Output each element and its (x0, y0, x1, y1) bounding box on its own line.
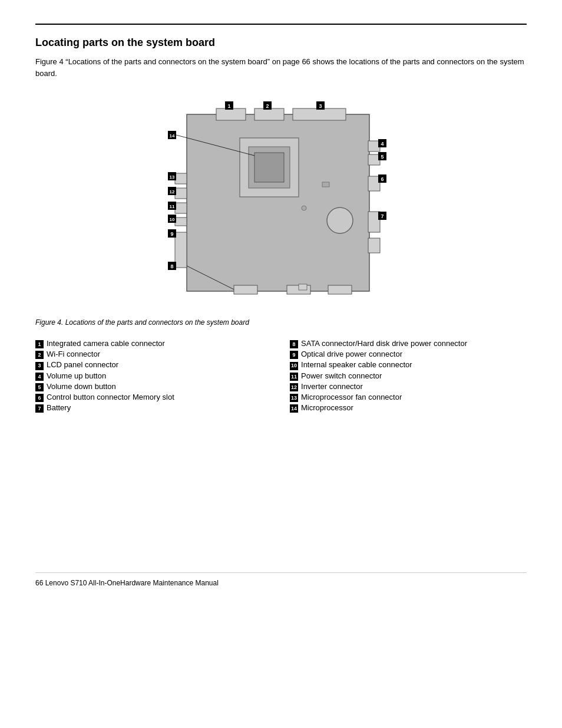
svg-text:14: 14 (170, 133, 175, 139)
legend-item-13: 13 Microprocessor fan connector (290, 392, 527, 403)
legend-text-1: Integrated camera cable connector (47, 338, 165, 349)
legend-item-8: 8 SATA connector/Hard disk drive power c… (290, 338, 527, 349)
badge-3: 3 (35, 362, 44, 370)
legend-text-4: Volume up button (47, 371, 106, 381)
svg-text:1: 1 (227, 103, 230, 109)
svg-text:13: 13 (170, 174, 175, 180)
svg-text:8: 8 (170, 263, 173, 269)
legend-text-13: Microprocessor fan connector (301, 392, 402, 403)
svg-text:5: 5 (381, 154, 384, 160)
board-diagram: 1 2 3 4 5 6 (157, 97, 405, 309)
page-title: Locating parts on the system board (35, 37, 527, 49)
legend-text-5: Volume down button (47, 381, 116, 392)
legend-item-2: 2 Wi-Fi connector (35, 349, 272, 360)
svg-point-46 (327, 207, 353, 233)
svg-rect-52 (299, 284, 307, 290)
legend-text-11: Power switch connector (301, 371, 382, 381)
svg-rect-48 (302, 206, 306, 210)
legend-item-5: 5 Volume down button (35, 381, 272, 392)
badge-7: 7 (35, 404, 44, 413)
legend-text-10: Internal speaker cable connector (301, 360, 412, 370)
legend-item-6: 6 Control button connector Memory slot (35, 392, 272, 403)
legend-item-14: 14 Microprocessor (290, 403, 527, 413)
legend-text-3: LCD panel connector (47, 360, 118, 370)
svg-text:11: 11 (170, 204, 175, 209)
svg-text:3: 3 (319, 103, 322, 109)
legend-item-1: 1 Integrated camera cable connector (35, 338, 272, 349)
legend-item-10: 10 Internal speaker cable connector (290, 360, 527, 370)
svg-rect-49 (234, 285, 257, 294)
badge-14: 14 (290, 404, 298, 413)
svg-text:2: 2 (266, 103, 269, 109)
legend-right-column: 8 SATA connector/Hard disk drive power c… (290, 338, 527, 413)
svg-rect-26 (175, 218, 187, 226)
legend-text-7: Battery (47, 403, 71, 413)
legend-grid: 1 Integrated camera cable connector 2 Wi… (35, 338, 527, 413)
badge-8: 8 (290, 340, 298, 348)
svg-rect-14 (368, 238, 380, 253)
badge-9: 9 (290, 351, 298, 359)
footer: 66 Lenovo S710 All-In-OneHardware Mainte… (0, 573, 562, 593)
legend-item-4: 4 Volume up button (35, 371, 272, 381)
legend-text-14: Microprocessor (301, 403, 353, 413)
svg-rect-1 (216, 108, 246, 120)
legend-item-3: 3 LCD panel connector (35, 360, 272, 370)
badge-11: 11 (290, 373, 298, 381)
legend-item-9: 9 Optical drive power connector (290, 349, 527, 360)
svg-rect-47 (322, 182, 329, 187)
svg-text:12: 12 (170, 189, 175, 195)
svg-rect-27 (175, 232, 187, 268)
svg-text:6: 6 (381, 176, 384, 182)
badge-12: 12 (290, 383, 298, 391)
legend-text-12: Inverter connector (301, 381, 363, 392)
badge-10: 10 (290, 362, 298, 370)
svg-rect-51 (328, 285, 352, 294)
badge-4: 4 (35, 373, 44, 381)
diagram-container: 1 2 3 4 5 6 (35, 97, 527, 309)
badge-13: 13 (290, 394, 298, 402)
intro-text: Figure 4 “Locations of the parts and con… (35, 56, 527, 79)
legend-item-11: 11 Power switch connector (290, 371, 527, 381)
badge-1: 1 (35, 340, 44, 348)
figure-caption: Figure 4. Locations of the parts and con… (35, 318, 527, 327)
svg-rect-2 (254, 108, 284, 120)
svg-text:10: 10 (170, 217, 175, 222)
legend-item-7: 7 Battery (35, 403, 272, 413)
footer-text: 66 Lenovo S710 All-In-OneHardware Mainte… (35, 579, 219, 587)
legend-text-8: SATA connector/Hard disk drive power con… (301, 338, 467, 349)
svg-text:7: 7 (381, 213, 384, 219)
legend-text-9: Optical drive power connector (301, 349, 402, 360)
legend-left-column: 1 Integrated camera cable connector 2 Wi… (35, 338, 272, 413)
svg-text:4: 4 (381, 141, 384, 147)
board-svg: 1 2 3 4 5 6 (157, 97, 405, 309)
svg-rect-42 (254, 153, 284, 182)
legend-text-2: Wi-Fi connector (47, 349, 100, 360)
legend-item-12: 12 Inverter connector (290, 381, 527, 392)
svg-rect-24 (175, 188, 187, 199)
badge-6: 6 (35, 394, 44, 402)
svg-rect-23 (175, 173, 187, 184)
legend-text-6: Control button connector Memory slot (47, 392, 174, 403)
svg-text:9: 9 (170, 231, 173, 237)
badge-5: 5 (35, 383, 44, 391)
svg-rect-3 (293, 108, 346, 120)
svg-rect-25 (175, 203, 187, 213)
badge-2: 2 (35, 351, 44, 359)
